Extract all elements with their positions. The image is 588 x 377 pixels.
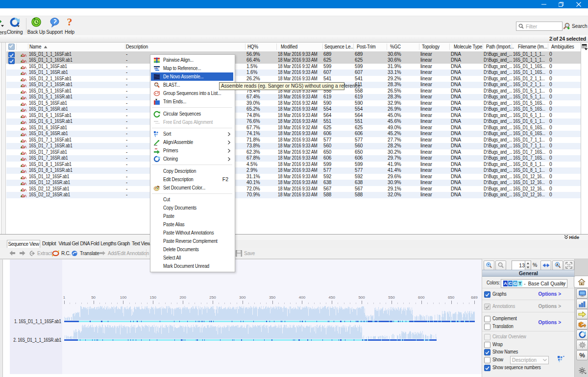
- reverse-complement-button[interactable]: R.C.: [52, 248, 71, 259]
- menu-item-select-all[interactable]: Select All: [151, 254, 233, 262]
- colors-scheme-dropdown[interactable]: ACGT - Base Call Quality: [501, 279, 567, 288]
- table-row[interactable]: 16S_D1_7_1_16SF.ab1-71.8%18 Mar 2016 9:3…: [6, 137, 581, 143]
- minimize-button[interactable]: [536, 0, 552, 8]
- description-dropdown[interactable]: Description: [510, 356, 549, 364]
- column-header-sequence-le-[interactable]: Sequence Le...: [324, 43, 354, 51]
- column-header-description[interactable]: Description: [126, 43, 148, 51]
- menu-item-paste-alias[interactable]: Paste Alias: [151, 220, 233, 229]
- menu-item-copy-description[interactable]: Copy Description: [151, 167, 233, 175]
- circular-overview-checkbox[interactable]: [484, 334, 490, 340]
- zoom-selection-button[interactable]: A: [552, 260, 563, 270]
- column-header-filename-im-[interactable]: Filename (Im...: [518, 43, 547, 51]
- table-row[interactable]: 16S_D1_5_1_16SR.ab1-67.4%18 Mar 2016 9:3…: [6, 94, 581, 100]
- translate-button[interactable]: Translate: [71, 248, 99, 259]
- column-header-molecule-type[interactable]: Molecule Type: [454, 43, 482, 51]
- options-link[interactable]: Options >: [539, 304, 561, 309]
- table-row[interactable]: 16S_D1_1_1_16SR.ab1-66.4%18 Mar 2016 9:3…: [6, 57, 581, 63]
- table-row[interactable]: 16S_D1_7_16SR.ab1-67.8%18 Mar 2016 9:33 …: [6, 155, 581, 161]
- zoom-fit-button[interactable]: [540, 260, 551, 270]
- side-tab-percent[interactable]: %: [576, 350, 588, 360]
- restore-button[interactable]: [553, 0, 569, 8]
- show-description-checkbox[interactable]: [484, 357, 490, 363]
- wrap-checkbox[interactable]: [484, 342, 490, 348]
- graphs-checkbox[interactable]: [484, 291, 490, 298]
- trace-area[interactable]: 1501001502002503003504004505005506006506…: [62, 259, 482, 374]
- menu-item-set-document-color[interactable]: Set Document Color...: [151, 184, 233, 192]
- column-header--gc[interactable]: %GC: [390, 43, 401, 51]
- add-edit-annotation-button[interactable]: Add/Edit Annotation: [99, 248, 149, 259]
- table-row[interactable]: 16S_D1_12_16SR.ab1-40.1%18 Mar 2016 9:33…: [6, 180, 581, 186]
- sequence-name-label[interactable]: 1. 16S_D1_1_1_16SF.ab1: [14, 319, 61, 324]
- menu-item-delete-documents[interactable]: Delete Documents: [151, 245, 233, 254]
- menu-item-cloning[interactable]: Cloning: [151, 155, 233, 163]
- table-row[interactable]: 16S_D1_8_1_16SF.ab1-4.5%18 Mar 2016 9:33…: [6, 162, 581, 167]
- table-row[interactable]: 16S_D2_12_16SR.ab1-70.9%18 Mar 2016 9:33…: [6, 192, 581, 198]
- side-tab-monitor[interactable]: [576, 288, 588, 299]
- tab-dna-fold[interactable]: DNA Fold: [79, 240, 100, 248]
- menu-item-pairwise-align[interactable]: Pairwise Align...: [151, 56, 233, 64]
- viewer-scrollbar[interactable]: [0, 259, 3, 377]
- table-scrollbar-track[interactable]: [581, 43, 588, 234]
- table-row[interactable]: 16S_D1_1_1_16SF.ab1-56.9%18 Mar 2016 9:3…: [6, 51, 581, 57]
- zoom-in-button[interactable]: [484, 260, 494, 270]
- table-row[interactable]: 16S_D1_7_1_16SR.ab1-73.8%18 Mar 2016 9:3…: [6, 143, 581, 149]
- menu-item-free-end-gaps-alignment[interactable]: Free End Gaps Alignment: [151, 118, 233, 126]
- column-header-post-trim[interactable]: Post-Trim: [357, 43, 376, 51]
- menu-item-mark-document-unread[interactable]: Mark Document Unread: [151, 262, 233, 270]
- cloning-button[interactable]: Cloning: [4, 17, 25, 35]
- column-header-modified[interactable]: Modified: [281, 43, 297, 51]
- table-row[interactable]: 16S_D1_6_1_16SR.ab1-76.6%18 Mar 2016 9:3…: [6, 118, 581, 124]
- table-row[interactable]: 16S_D1_1_16SF.ab1-1.5%18 Mar 2016 9:32 A…: [6, 64, 581, 70]
- menu-item-primers[interactable]: Primers: [151, 146, 233, 155]
- zoom-level-input[interactable]: 13: [512, 260, 526, 270]
- select-all-checkbox[interactable]: [8, 44, 15, 50]
- tab-sequence-view[interactable]: Sequence View: [7, 240, 40, 248]
- side-tab-settings-gear[interactable]: [577, 366, 587, 375]
- back-button[interactable]: [9, 248, 16, 259]
- show-sequence-numbers-checkbox[interactable]: [484, 365, 490, 371]
- table-row[interactable]: 16S_D1_7_16SF.ab1-62.3%18 Mar 2016 9:32 …: [6, 149, 581, 155]
- side-tab-refresh[interactable]: [576, 330, 588, 340]
- table-row[interactable]: 16S_D1_5_16SF.ab1-39.0%18 Mar 2016 9:32 …: [6, 100, 581, 106]
- menu-item-circular-sequences[interactable]: Circular Sequences: [151, 110, 233, 118]
- general-section-header[interactable]: General: [482, 270, 575, 277]
- sequence-name-label[interactable]: 2. 16S_D1_1_1_16SR.ab1: [13, 337, 61, 343]
- search-button[interactable]: Search: [563, 21, 588, 31]
- table-row[interactable]: 16S_D1_2_1_16SF.ab1-26.2%18 Mar 2016 9:3…: [6, 76, 581, 82]
- side-tab-export[interactable]: [576, 319, 588, 330]
- tab-dotplot[interactable]: Dotplot: [40, 240, 58, 248]
- menu-item-de-novo-assemble[interactable]: De Novo Assemble...: [151, 72, 233, 81]
- filter-input[interactable]: Filter: [516, 22, 563, 31]
- column-header-topology[interactable]: Topology: [422, 43, 440, 51]
- menu-item-trim-ends[interactable]: Trim Ends...: [151, 97, 233, 106]
- menu-item-paste-reverse-complement[interactable]: Paste Reverse Complement: [151, 237, 233, 245]
- tab-lengths-graph[interactable]: Lengths Graph: [100, 240, 130, 248]
- menu-item-group-sequences-into-a-list[interactable]: Group Sequences into a List...: [151, 89, 233, 97]
- column-picker-button[interactable]: [582, 43, 588, 50]
- options-link[interactable]: Options >: [539, 320, 561, 325]
- menu-item-align-assemble[interactable]: Align/Assemble: [151, 138, 233, 146]
- options-link[interactable]: Options >: [539, 291, 561, 297]
- menu-item-cut[interactable]: Cut: [151, 195, 233, 204]
- close-button[interactable]: [570, 0, 587, 8]
- expand-view-button[interactable]: [564, 260, 574, 270]
- menu-item-sort[interactable]: Sort: [151, 130, 233, 138]
- hide-panel-button[interactable]: Hide: [564, 235, 579, 240]
- side-tab-arrow[interactable]: [576, 309, 588, 319]
- tab-text-view[interactable]: Text View: [131, 240, 151, 248]
- side-tab-chart[interactable]: [576, 299, 588, 309]
- column-header-hq-[interactable]: HQ%: [247, 43, 258, 51]
- menu-item-paste[interactable]: Paste: [151, 212, 233, 220]
- table-row[interactable]: 16S_D1_5_16SR.ab1-65.2%18 Mar 2016 9:33 …: [6, 106, 581, 112]
- help-button[interactable]: ? Help: [59, 17, 80, 35]
- table-row[interactable]: 16S_D1_1_16SR.ab1-1.6%18 Mar 2016 9:33 A…: [6, 70, 581, 75]
- translation-checkbox[interactable]: [484, 324, 490, 330]
- menu-item-copy-documents[interactable]: Copy Documents: [151, 204, 233, 212]
- save-button[interactable]: Save: [236, 248, 255, 259]
- menu-item-paste-without-annotations[interactable]: Paste Without Annotations: [151, 229, 233, 237]
- side-tab-home[interactable]: [574, 276, 588, 288]
- table-row[interactable]: 16S_D1_6_16SR.ab1-74.1%18 Mar 2016 9:33 …: [6, 131, 581, 137]
- column-header-name[interactable]: Name: [29, 43, 41, 51]
- table-row[interactable]: 16S_D1_12_16SF.ab1-31.1%18 Mar 2016 9:33…: [6, 174, 581, 180]
- annotations-checkbox[interactable]: [484, 304, 490, 310]
